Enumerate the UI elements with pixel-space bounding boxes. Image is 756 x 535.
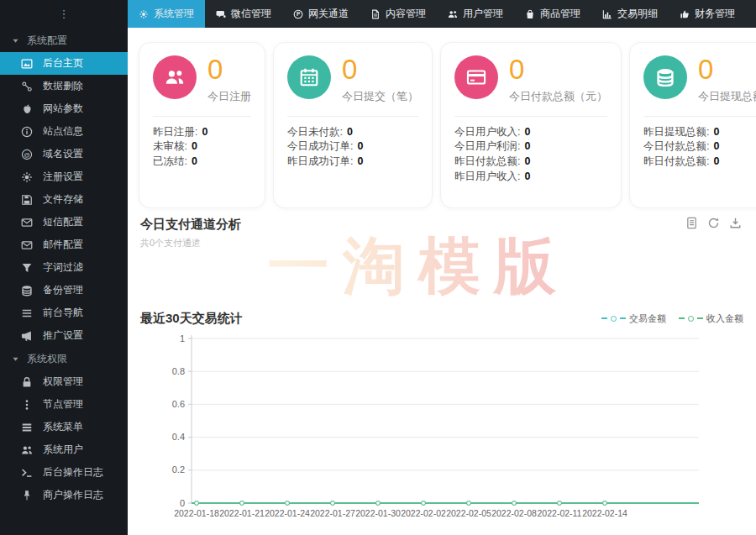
sidebar-section-system-permissions[interactable]: 系统权限	[0, 347, 128, 370]
card-label: 今日注册	[207, 89, 251, 104]
tab-label: 交易明细	[617, 7, 658, 21]
legend-circle-icon	[688, 316, 694, 322]
sidebar-item-label: 系统菜单	[43, 420, 83, 434]
tab-finance-management[interactable]: 财务管理	[669, 0, 746, 28]
card-detail-row: 昨日用户收入:0	[454, 170, 607, 185]
sidebar-item-label: 系统用户	[43, 443, 83, 457]
sidebar-item-sms-config[interactable]: 短信配置	[0, 211, 128, 233]
tab-system-management[interactable]: 系统管理	[128, 0, 205, 28]
svg-text:2022-01-18: 2022-01-18	[174, 508, 219, 518]
caret-down-icon	[12, 37, 19, 45]
tab-gateway-channel[interactable]: 网关通道	[282, 0, 360, 28]
sidebar-collapse-toggle[interactable]: ⋮	[0, 0, 128, 29]
tab-user-management[interactable]: 用户管理	[437, 0, 514, 28]
legend-line-icon	[620, 317, 626, 319]
bars-icon	[21, 422, 33, 433]
sidebar-item-permission-management[interactable]: 权限管理	[0, 370, 128, 393]
sidebar-item-system-users[interactable]: 系统用户	[0, 438, 128, 461]
gear-icon	[139, 9, 149, 19]
tab-label: 商品管理	[540, 7, 580, 21]
lock-icon	[21, 376, 33, 388]
tab-label: 用户管理	[463, 7, 503, 21]
at-circle-icon	[21, 149, 33, 160]
sidebar-item-data-delete[interactable]: 数据删除	[0, 75, 128, 97]
card-value: 0	[342, 55, 418, 85]
sidebar-item-system-menu[interactable]: 系统菜单	[0, 416, 128, 438]
tab-goods-management[interactable]: 商品管理	[514, 0, 591, 28]
sidebar-item-backup[interactable]: 备份管理	[0, 279, 128, 302]
list-icon	[21, 307, 33, 319]
sidebar: ⋮ 系统配置 后台主页 数据删除 网站参数 站点信息 域名设置 注册设置 文件存…	[0, 0, 128, 535]
sidebar-item-label: 后台主页	[43, 56, 83, 71]
sidebar-item-domain-settings[interactable]: 域名设置	[0, 143, 128, 165]
legend-circle-icon	[611, 316, 617, 322]
card-today-submit: 0 今日提交（笔） 今日未付款:0 今日成功订单:0 昨日成功订单:0	[273, 42, 433, 208]
legend-line-icon	[679, 317, 685, 319]
card-detail-row: 今日用户收入:0	[454, 125, 607, 140]
users-icon	[448, 9, 458, 19]
chart-toolbox	[685, 217, 742, 229]
sidebar-item-admin-log[interactable]: 后台操作日志	[0, 461, 128, 484]
data-view-icon[interactable]	[685, 217, 698, 229]
svg-text:2022-01-27: 2022-01-27	[310, 508, 355, 518]
line-chart-canvas: 00.20.40.60.812022-01-182022-01-212022-0…	[139, 332, 744, 535]
card-value: 0	[698, 55, 756, 85]
download-icon[interactable]	[729, 217, 742, 229]
sidebar-item-site-params[interactable]: 网站参数	[0, 97, 128, 120]
envelope-icon	[21, 239, 33, 251]
finance-icon	[680, 9, 690, 19]
sidebar-item-front-nav[interactable]: 前台导航	[0, 302, 128, 324]
tab-transaction-detail[interactable]: 交易明细	[591, 0, 669, 28]
ellipsis-v-icon	[21, 399, 33, 411]
sidebar-item-label: 节点管理	[43, 397, 83, 412]
sidebar-item-label: 权限管理	[43, 375, 83, 389]
chart-bar-icon	[602, 9, 612, 19]
sidebar-item-mail-config[interactable]: 邮件配置	[0, 233, 128, 256]
svg-text:2022-02-08: 2022-02-08	[491, 508, 537, 518]
card-detail-row: 今日用户利润:0	[454, 139, 607, 155]
sidebar-item-merchant-log[interactable]: 商户操作日志	[0, 484, 128, 506]
legend-item-transaction-amount[interactable]: 交易金额	[601, 312, 666, 325]
svg-text:1: 1	[180, 333, 185, 344]
sidebar-item-label: 前台导航	[43, 306, 83, 320]
sidebar-item-label: 注册设置	[43, 170, 83, 184]
comment-icon	[216, 9, 226, 19]
svg-text:2022-01-30: 2022-01-30	[355, 508, 401, 518]
sidebar-item-label: 域名设置	[43, 147, 83, 161]
envelope-icon	[21, 217, 33, 228]
section-subtitle: 共0个支付通道	[140, 237, 743, 249]
card-detail-row: 昨日提现总额:0	[643, 125, 756, 140]
sidebar-item-label: 备份管理	[43, 283, 83, 297]
info-circle-icon	[21, 126, 33, 138]
sidebar-section-system-config[interactable]: 系统配置	[0, 29, 128, 52]
tab-wechat-management[interactable]: 微信管理	[205, 0, 282, 28]
link-icon	[21, 81, 33, 92]
users-icon	[21, 444, 33, 456]
card-label: 今日提现总额（元）	[698, 89, 756, 104]
refresh-icon[interactable]	[707, 217, 720, 229]
sidebar-item-node-management[interactable]: 节点管理	[0, 393, 128, 416]
sidebar-item-promotion-settings[interactable]: 推广设置	[0, 324, 128, 347]
card-today-withdraw-total: 0 今日提现总额（元） 昨日提现总额:0 今日付款总额:0 昨日付款总额:0	[629, 42, 756, 208]
tab-label: 网关通道	[308, 7, 349, 21]
legend-item-income-amount[interactable]: 收入金额	[679, 312, 743, 325]
card-today-register: 0 今日注册 昨日注册:0 未审核:0 已冻结:0	[139, 42, 265, 208]
svg-text:2022-01-21: 2022-01-21	[219, 508, 265, 518]
terminal-icon	[21, 467, 33, 479]
card-detail-row: 今日成功订单:0	[287, 139, 418, 155]
svg-text:2022-02-02: 2022-02-02	[401, 508, 446, 518]
top-navigation: 系统管理 微信管理 网关通道 内容管理 用户管理 商品管理 交易明细 财务管理	[128, 0, 756, 28]
sidebar-item-register-settings[interactable]: 注册设置	[0, 165, 128, 188]
sidebar-item-label: 后台操作日志	[43, 465, 103, 480]
card-detail-row: 已冻结:0	[153, 155, 251, 170]
svg-text:2022-02-14: 2022-02-14	[582, 508, 627, 518]
trend-chart[interactable]: 00.20.40.60.812022-01-182022-01-212022-0…	[139, 332, 749, 535]
legend-line-icon	[697, 317, 703, 319]
sidebar-item-word-filter[interactable]: 字词过滤	[0, 256, 128, 279]
sidebar-item-file-storage[interactable]: 文件存储	[0, 188, 128, 211]
megaphone-icon	[21, 330, 33, 342]
tab-content-management[interactable]: 内容管理	[360, 0, 437, 28]
sidebar-item-dashboard[interactable]: 后台主页	[0, 52, 128, 75]
sidebar-item-site-info[interactable]: 站点信息	[0, 120, 128, 143]
svg-text:2022-02-11: 2022-02-11	[538, 508, 582, 518]
